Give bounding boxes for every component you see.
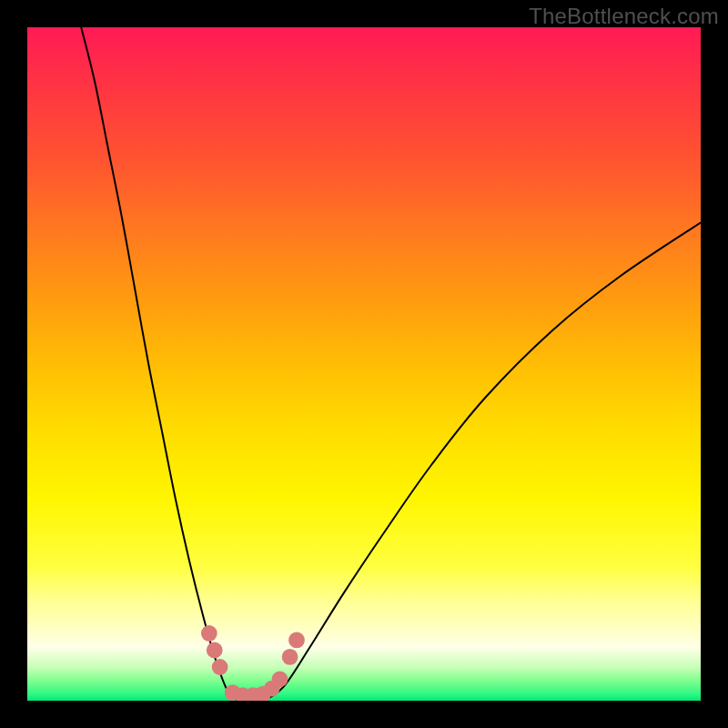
marker-dot [212,659,228,675]
chart-background [27,27,701,701]
marker-dot [288,632,305,649]
marker-dot [201,625,217,642]
marker-dot [282,649,298,665]
marker-dot [207,642,223,659]
outer-frame: TheBottleneck.com [0,0,728,728]
chart-svg [27,27,701,701]
marker-dot [272,671,288,687]
watermark-text: TheBottleneck.com [529,4,719,29]
